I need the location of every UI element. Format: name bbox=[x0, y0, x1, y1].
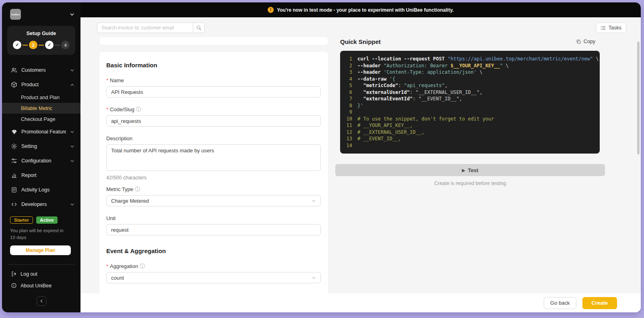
code-line: 9 bbox=[344, 109, 594, 116]
code-line: 13# __EVENT_ID__, bbox=[344, 135, 594, 142]
sidebar-spacer bbox=[2, 255, 80, 264]
code-line: 10# To use the snippet, don't forget to … bbox=[344, 116, 594, 123]
snippet-column: Quick Snippet Copy 1curl --location --re… bbox=[335, 37, 605, 298]
sidebar-item-customers[interactable]: Customers bbox=[2, 63, 80, 77]
sidebar-item-label: Developers bbox=[21, 202, 66, 207]
sidebar-header: UniBee bbox=[2, 2, 80, 20]
step-4-todo[interactable]: 4 bbox=[61, 41, 70, 49]
logout-icon bbox=[11, 271, 17, 277]
create-button[interactable]: Create bbox=[582, 297, 617, 309]
code-line: 5 "metricCode": "api_requests", bbox=[344, 82, 594, 89]
sidebar-item-label: Product bbox=[21, 82, 66, 87]
scrollbar-thumb[interactable] bbox=[637, 42, 640, 154]
code-line: 6 "externalUserId": "__EXTERNAL_USER_ID_… bbox=[344, 89, 594, 96]
footer-action-bar: Go back Create bbox=[80, 293, 641, 312]
sidebar-item-configuration[interactable]: Configuration bbox=[2, 154, 80, 168]
sidebar-collapse-button[interactable] bbox=[37, 296, 46, 306]
scrolled-card-edge bbox=[99, 37, 328, 45]
main-area: ! You're now in test mode - your place t… bbox=[80, 2, 641, 312]
sidebar-item-setting[interactable]: Setting bbox=[2, 139, 80, 154]
code-line: 12# __EXTERNAL_USER_ID__, bbox=[344, 129, 594, 136]
info-icon[interactable]: ⓘ bbox=[136, 107, 141, 112]
info-icon[interactable]: ⓘ bbox=[135, 187, 140, 192]
code-icon bbox=[11, 201, 17, 208]
code-slug-label: * Code/Slug ⓘ bbox=[106, 106, 321, 112]
plan-expiry-note: You plan will be expired in 10 days bbox=[10, 227, 68, 241]
plan-badges: Starter Active bbox=[10, 216, 80, 224]
test-mode-banner: ! You're now in test mode - your place t… bbox=[80, 2, 641, 17]
chevron-up-icon bbox=[70, 83, 74, 87]
code-line: 14 bbox=[344, 142, 594, 149]
metric-type-label: Metric Type ⓘ bbox=[106, 186, 321, 192]
code-line: 3--header 'Content-Type: application/jso… bbox=[344, 69, 594, 76]
plan-status-badge: Active bbox=[36, 216, 58, 224]
sidebar-item-product-and-plan[interactable]: Product and Plan bbox=[2, 92, 80, 103]
sidebar-item-developers[interactable]: Developers bbox=[2, 197, 80, 212]
aggregation-select[interactable]: count bbox=[106, 272, 321, 283]
description-textarea[interactable]: Total number of API requests made by use… bbox=[106, 144, 321, 171]
manage-plan-button[interactable]: Manage Plan bbox=[10, 245, 71, 255]
search-input[interactable] bbox=[97, 23, 193, 33]
code-line: 7 "externalEventId": "__EVENT_ID__", bbox=[344, 96, 594, 102]
step-1-done[interactable]: ✓ bbox=[13, 41, 21, 49]
sidebar-item-report[interactable]: Report bbox=[2, 168, 80, 183]
required-marker: * bbox=[106, 106, 108, 112]
chevron-down-icon bbox=[70, 144, 74, 149]
search-icon bbox=[196, 25, 202, 31]
unit-input[interactable] bbox=[106, 224, 321, 235]
unit-label: Unit bbox=[106, 215, 321, 221]
go-back-button[interactable]: Go back bbox=[544, 297, 576, 309]
test-button[interactable]: ▶ Test bbox=[335, 164, 605, 176]
step-connector bbox=[55, 45, 60, 46]
info-icon[interactable]: ⓘ bbox=[140, 264, 145, 269]
chevron-down-icon bbox=[312, 276, 316, 280]
name-label: * Name bbox=[106, 77, 321, 83]
metric-type-select[interactable]: Charge Metered bbox=[106, 195, 321, 206]
search-button[interactable] bbox=[193, 23, 205, 33]
sidebar-item-label: Promotional Features bbox=[21, 129, 66, 135]
gear-icon bbox=[11, 143, 17, 150]
test-hint: Create is required before testing bbox=[335, 181, 605, 186]
description-label: Description bbox=[106, 135, 321, 141]
copy-button[interactable]: Copy bbox=[576, 39, 595, 44]
sidebar-item-billable-metric[interactable]: Billable Metric bbox=[2, 103, 80, 114]
form-column: Basic Information * Name * Code/Slug ⓘ bbox=[99, 37, 328, 298]
chevron-down-icon bbox=[70, 202, 74, 207]
tasks-button[interactable]: Tasks bbox=[596, 23, 626, 33]
workspace-chevron-down-icon[interactable] bbox=[70, 12, 74, 17]
sidebar-item-label: Configuration bbox=[21, 158, 66, 164]
setup-guide-card[interactable]: Setup Guide ✓ 2 ✓ 4 bbox=[7, 26, 75, 55]
setup-guide-steps: ✓ 2 ✓ 4 bbox=[12, 41, 70, 49]
aggregation-label: * Aggregation ⓘ bbox=[106, 263, 321, 269]
sidebar-item-activity-logs[interactable]: Activity Logs bbox=[2, 183, 80, 197]
chevron-down-icon bbox=[70, 130, 74, 134]
code-snippet-block[interactable]: 1curl --location --request POST "https:/… bbox=[340, 51, 600, 154]
copy-icon bbox=[576, 39, 581, 44]
code-line: 11# __YOUR_API_KEY__, bbox=[344, 122, 594, 129]
step-2-current[interactable]: 2 bbox=[29, 41, 37, 49]
step-connector bbox=[23, 45, 28, 46]
about-unibee-button[interactable]: About UniBee bbox=[2, 280, 80, 291]
step-3-done[interactable]: ✓ bbox=[45, 41, 54, 49]
sidebar: UniBee Setup Guide ✓ 2 ✓ 4 bbox=[2, 2, 80, 312]
sidebar-item-product[interactable]: Product bbox=[2, 77, 80, 92]
sidebar-item-promotional-features[interactable]: Promotional Features bbox=[2, 125, 80, 139]
content-area: Tasks Basic Information * Name bbox=[80, 17, 641, 312]
sidebar-item-checkout-page[interactable]: Checkout Page bbox=[2, 114, 80, 125]
snippet-title: Quick Snippet bbox=[340, 38, 381, 45]
chevron-down-icon bbox=[312, 199, 316, 203]
chevron-down-icon bbox=[70, 159, 74, 163]
sidebar-item-label: Activity Logs bbox=[21, 187, 74, 193]
app-window: UniBee Setup Guide ✓ 2 ✓ 4 bbox=[2, 2, 641, 312]
play-icon: ▶ bbox=[462, 168, 465, 173]
sidebar-item-label: Setting bbox=[21, 143, 66, 149]
required-marker: * bbox=[106, 263, 108, 269]
code-lines: 1curl --location --request POST "https:/… bbox=[344, 56, 594, 149]
logs-icon bbox=[11, 187, 17, 193]
name-input[interactable] bbox=[106, 86, 321, 98]
code-slug-input[interactable] bbox=[106, 115, 321, 127]
setup-guide-title: Setup Guide bbox=[12, 31, 70, 36]
logout-button[interactable]: Log out bbox=[2, 268, 80, 280]
chevron-down-icon bbox=[70, 68, 74, 73]
list-icon bbox=[601, 25, 606, 31]
